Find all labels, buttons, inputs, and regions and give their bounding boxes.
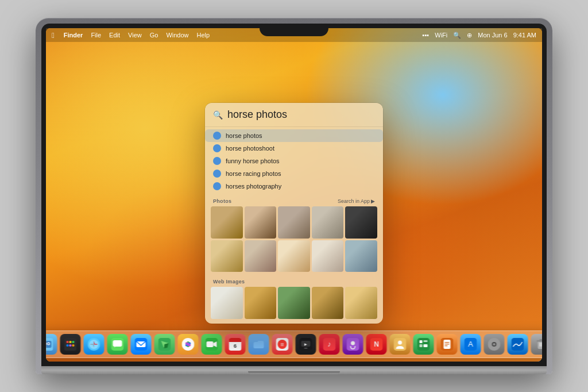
svg-point-8 [69, 341, 72, 343]
date-display: Mon Jun 6 [478, 32, 507, 39]
menubar-help[interactable]: Help [197, 32, 210, 39]
photo-thumb-1[interactable] [211, 206, 243, 239]
svg-text:N: N [374, 340, 379, 348]
photo-thumb-5[interactable] [345, 206, 377, 239]
svg-rect-39 [229, 340, 242, 342]
svg-point-5 [48, 343, 49, 344]
photo-thumb-8[interactable] [278, 240, 310, 272]
menubar-right: ▪▪▪ WiFi 🔍 ⊕ Mon Jun 6 9:41 AM [423, 32, 536, 39]
apple-menu[interactable]:  [52, 31, 55, 40]
menubar-file[interactable]: File [91, 32, 101, 39]
photo-thumb-4[interactable] [312, 206, 344, 239]
menubar-edit[interactable]: Edit [109, 32, 120, 39]
photo-thumb-2[interactable] [245, 206, 277, 239]
suggestion-dot-3 [213, 157, 221, 165]
dock-icon-folder[interactable] [249, 334, 269, 355]
svg-point-52 [351, 341, 355, 345]
suggestion-item[interactable]: horse photos [205, 129, 383, 142]
svg-rect-77 [540, 343, 541, 347]
search-in-app-text: Search in App [338, 198, 370, 204]
svg-point-9 [72, 341, 75, 343]
suggestion-item[interactable]: horse racing photos [205, 167, 383, 180]
web-image-thumb-5[interactable] [345, 287, 377, 319]
svg-point-11 [69, 344, 72, 347]
web-image-thumb-2[interactable] [245, 287, 277, 319]
dock-icon-maps[interactable] [154, 334, 175, 355]
web-image-thumb-4[interactable] [312, 287, 344, 319]
photo-thumb-3[interactable] [278, 206, 310, 239]
svg-rect-59 [424, 340, 428, 342]
spotlight-window: 🔍 horse photos horse photoshoot funny h [205, 103, 383, 324]
dock-icon-reminders[interactable]: ≡ [272, 334, 293, 355]
svg-rect-78 [541, 343, 542, 347]
suggestion-item[interactable]: horses photography [205, 180, 383, 193]
macbook:  Finder File Edit View Go Window Help ▪… [36, 18, 552, 374]
dock-icon-numbers[interactable] [413, 334, 434, 355]
suggestion-item[interactable]: funny horse photos [205, 155, 383, 167]
svg-rect-20 [113, 340, 122, 347]
stand-groove [248, 371, 340, 374]
notch [260, 24, 328, 36]
search-in-app-button[interactable]: Search in App ▶ [338, 198, 375, 204]
suggestions-list: horse photos horse photoshoot funny hors… [205, 127, 383, 195]
menubar-window[interactable]: Window [166, 32, 188, 39]
dock-icon-safari[interactable] [84, 334, 105, 355]
svg-rect-48 [304, 348, 308, 349]
svg-rect-64 [445, 342, 450, 343]
battery-icon: ▪▪▪ [423, 32, 430, 39]
svg-point-56 [398, 341, 402, 345]
suggestion-dot-4 [213, 170, 221, 178]
web-image-thumb-1[interactable] [211, 287, 243, 319]
wifi-icon[interactable]: WiFi [435, 32, 447, 39]
suggestion-text-1: horse photos [226, 132, 262, 139]
dock-icon-calendar[interactable]: 6 [225, 334, 246, 355]
svg-text:♪: ♪ [327, 340, 331, 348]
suggestion-dot-2 [213, 144, 221, 152]
spotlight-input[interactable] [227, 109, 375, 121]
web-images-grid [205, 286, 383, 324]
photo-thumb-7[interactable] [245, 240, 277, 272]
photo-thumb-6[interactable] [211, 240, 243, 272]
dock-icon-music[interactable]: ♪ [319, 334, 340, 355]
svg-point-7 [67, 341, 69, 343]
time-display: 9:41 AM [513, 32, 536, 39]
menubar-go[interactable]: Go [150, 32, 158, 39]
photo-thumb-10[interactable] [345, 240, 377, 272]
dock-icon-trash[interactable] [531, 334, 543, 355]
web-image-thumb-3[interactable] [278, 287, 310, 319]
svg-text:▶: ▶ [304, 343, 307, 346]
svg-rect-61 [424, 344, 428, 347]
photos-section-header: Photos Search in App ▶ [205, 195, 383, 205]
dock-icon-tv[interactable]: ▶ [296, 334, 316, 355]
suggestion-dot-5 [213, 182, 221, 190]
svg-rect-35 [207, 341, 214, 347]
dock-icon-appstore[interactable]: A [461, 334, 481, 355]
photos-section-title: Photos [213, 198, 231, 204]
search-in-app-arrow: ▶ [371, 198, 375, 204]
dock-icon-system-settings[interactable] [484, 334, 505, 355]
svg-rect-66 [445, 345, 448, 346]
control-center-icon[interactable]: ⊕ [467, 32, 472, 39]
photo-thumb-9[interactable] [312, 240, 344, 272]
dock-icon-launchpad[interactable] [60, 334, 81, 355]
menubar-view[interactable]: View [128, 32, 142, 39]
dock-icon-facetime[interactable] [202, 334, 222, 355]
dock-icon-photos[interactable] [178, 334, 199, 355]
dock-icon-news[interactable]: N [366, 334, 387, 355]
suggestion-item[interactable]: horse photoshoot [205, 142, 383, 155]
svg-rect-76 [540, 339, 543, 341]
spotlight-search-bar[interactable]: 🔍 [205, 103, 383, 127]
suggestion-text-2: horse photoshoot [226, 145, 274, 152]
menubar-app-name[interactable]: Finder [64, 32, 83, 39]
dock-icon-finder[interactable] [46, 334, 57, 355]
search-menubar-icon[interactable]: 🔍 [453, 32, 461, 39]
svg-rect-65 [445, 344, 450, 344]
dock-icon-screensaver[interactable] [508, 334, 528, 355]
dock-icon-mail[interactable] [131, 334, 152, 355]
dock-icon-podcasts[interactable] [343, 334, 363, 355]
suggestion-text-3: funny horse photos [226, 157, 280, 164]
svg-text:≡: ≡ [280, 341, 284, 348]
dock-icon-pages[interactable] [437, 334, 458, 355]
dock-icon-contacts[interactable] [390, 334, 411, 355]
dock-icon-messages[interactable] [107, 334, 128, 355]
